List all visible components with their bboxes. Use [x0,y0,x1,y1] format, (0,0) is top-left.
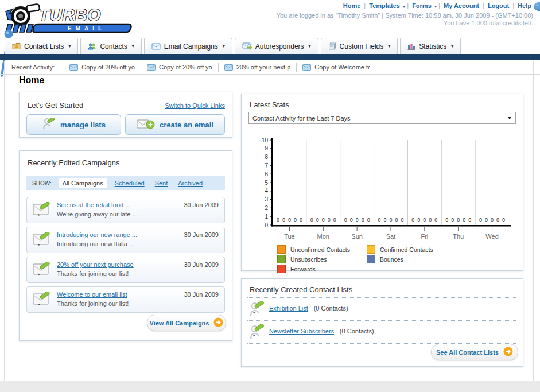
legend-item-bounces: Bounces [367,254,456,264]
svg-text:0: 0 [344,217,347,223]
statistics-icon [407,42,415,50]
switch-quick-links-link[interactable]: Switch to Quick Links [165,102,225,109]
svg-text:3: 3 [265,196,268,203]
recent-activity-item: 20% off your next p [218,63,297,72]
custom-fields-icon [328,42,336,50]
recent-activity-bar: Recent Activity: Copy of 20% off yoCopy … [0,60,540,75]
campaign-title-link[interactable]: Introducing our new range ... [57,231,137,238]
filter-archived[interactable]: Archived [178,180,203,187]
see-all-contact-lists-label: See All Contact Lists [436,349,499,356]
svg-text:0: 0 [378,217,380,223]
legend-label: Bounces [380,256,403,263]
svg-text:Sat: Sat [386,233,396,240]
nav-link-templates[interactable]: Templates [369,2,400,9]
nav-link-forms[interactable]: Forms [412,2,432,9]
legend-item-unsubscribes: Unsubscribes [277,254,367,264]
tab-contact-lists[interactable]: Contact Lists▾ [5,38,78,54]
recent-campaigns-panel: Recently Edited Campaigns SHOW: All Camp… [19,150,232,341]
recent-activity-link[interactable]: Copy of 20% off yo [159,64,212,71]
svg-text:TURBO: TURBO [39,6,101,24]
tab-statistics[interactable]: Statistics▾ [400,38,461,54]
filter-scheduled[interactable]: Scheduled [115,180,145,187]
tab-email-campaigns[interactable]: Email Campaigns▾ [144,38,232,54]
recent-contact-lists-panel: Recently Created Contact Lists Exhibitio… [241,278,523,367]
svg-text:Wed: Wed [485,233,498,240]
envelope-icon [69,64,78,71]
contacts-icon [88,42,96,50]
tab-contacts[interactable]: Contacts▾ [80,38,141,54]
legend-swatch [367,245,375,254]
recent-activity-item: Copy of 20% off yo [141,63,218,72]
filter-all-campaigns[interactable]: All Campaigns [59,178,107,188]
tab-autoresponders[interactable]: Autoresponders▾ [235,38,318,54]
main-nav-tabs: Contact Lists▾Contacts▾Email Campaigns▾A… [5,38,461,54]
svg-text:2: 2 [265,205,268,211]
filter-sent[interactable]: Sent [155,180,168,187]
svg-text:0: 0 [294,217,297,223]
campaign-title-link[interactable]: Welcome to our email list [57,291,127,298]
recent-activity-link[interactable]: Copy of 20% off yo [81,64,135,71]
nav-link-my-account[interactable]: My Account [444,2,479,9]
view-all-campaigns-button[interactable]: View All Campaigns [147,315,226,331]
svg-text:0: 0 [310,217,313,223]
login-status-text: You are logged in as "Timothy Smith" | S… [277,12,533,19]
page-left-border [4,61,5,381]
svg-text:0: 0 [356,217,359,223]
svg-text:0: 0 [463,217,465,223]
svg-text:8: 8 [265,154,268,160]
chevron-down-icon: ▾ [223,44,225,49]
create-email-button[interactable]: create an email [125,114,225,135]
campaign-row: See us at the retail food ...We're givin… [26,197,225,223]
campaign-date: 30 Jun 2009 [184,261,219,268]
tab-label: Email Campaigns [164,42,218,51]
contact-list-name-link[interactable]: Exhibition List [269,305,308,312]
manage-lists-button[interactable]: manage lists [26,114,121,135]
folder-icon [12,42,21,50]
campaign-row: Introducing our new range ...Introducing… [26,227,225,253]
svg-text:Mon: Mon [317,233,329,240]
credits-text: You have 1,000 total credits left. [444,20,533,26]
stats-report-select[interactable]: Contact Activity for the Last 7 Days [248,112,516,124]
nav-link-help[interactable]: Help [518,2,531,9]
legend-swatch [367,255,375,263]
latest-stats-panel: Latest Stats Contact Activity for the La… [241,94,523,271]
tab-label: Contact Lists [24,42,64,51]
get-started-title: Let's Get Started [28,101,83,110]
contact-list: Exhibition List - (0 Contacts)Newsletter… [247,297,516,344]
top-nav: Home | Templates ▾ | Forms ▾ | My Accoun… [341,2,533,9]
see-all-contact-lists-button[interactable]: See All Contact Lists [431,344,518,360]
contact-activity-chart: 01234567891000000Tue00000Mon00000Sun0000… [250,134,515,243]
svg-text:0: 0 [417,217,420,223]
campaign-title-link[interactable]: 20% off your next purchase [57,261,134,268]
contact-lists-title: Recently Created Contact Lists [250,285,352,294]
svg-text:Fri: Fri [421,233,428,240]
recent-activity-label: Recent Activity: [11,64,55,71]
help-bubble-icon[interactable] [534,2,540,11]
recent-activity-item: Copy of Welcome to [296,63,375,72]
svg-text:0: 0 [445,217,448,223]
show-label: SHOW: [32,180,52,187]
campaign-edit-icon [33,262,52,280]
nav-link-logout[interactable]: Logout [488,2,509,9]
svg-text:0: 0 [383,217,386,223]
svg-text:0: 0 [350,217,353,223]
chevron-down-icon: ▾ [402,4,405,9]
recent-activity-link[interactable]: Copy of Welcome to [314,64,370,71]
svg-text:Tue: Tue [284,233,295,240]
svg-text:6: 6 [265,171,268,177]
tab-custom-fields[interactable]: Custom Fields▾ [321,38,398,54]
envelope-icon [302,64,311,71]
campaign-date: 30 Jun 2009 [184,231,219,238]
campaign-subtitle: We're giving away our late ... [57,211,138,218]
tab-label: Custom Fields [340,42,384,51]
svg-text:0: 0 [288,217,291,223]
svg-text:0: 0 [429,217,432,223]
recent-activity-link[interactable]: 20% off your next p [236,64,291,71]
campaign-title-link[interactable]: See us at the retail food ... [57,201,130,208]
svg-text:0: 0 [411,217,414,223]
contact-list-name-link[interactable]: Newsletter Subscribers [269,328,334,335]
create-email-icon [137,118,155,132]
nav-link-home[interactable]: Home [343,2,361,9]
svg-text:EMAIL: EMAIL [68,25,106,32]
campaign-date: 30 Jun 2009 [184,201,219,208]
